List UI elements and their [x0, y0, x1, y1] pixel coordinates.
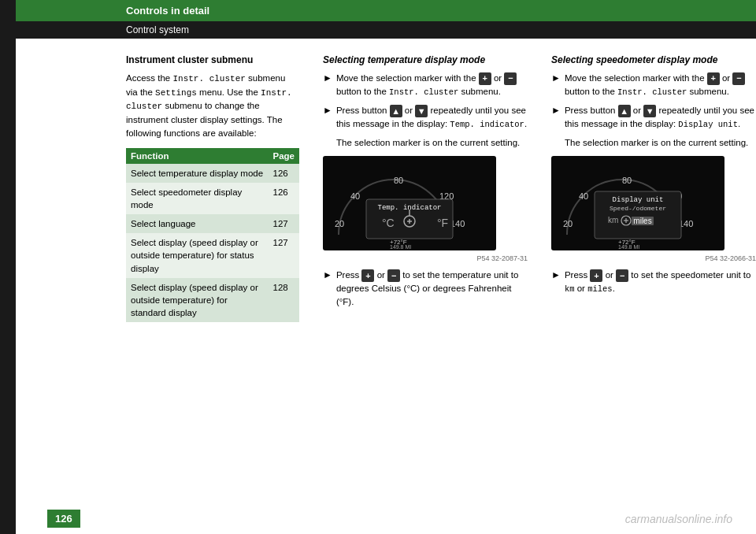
table-cell-page: 127 [269, 214, 300, 233]
up-button-icon-r: ▲ [618, 105, 631, 117]
speedometer-gauge: 20 40 80 120 140 Display unit Speed-/odo… [551, 156, 756, 262]
minus-button-icon: − [504, 72, 517, 85]
bullet-arrow-icon: ► [551, 104, 561, 117]
bullet-1: ► Move the selection marker with the + o… [323, 72, 528, 98]
right-bullet-2-text: Press button ▲ or ▼ repeatedly until you… [565, 104, 756, 131]
svg-text:40: 40 [350, 191, 360, 201]
left-column: Instrument cluster submenu Access the In… [126, 54, 299, 322]
plus-button-icon-r: + [707, 72, 720, 85]
section-header: Controls in detail [16, 0, 756, 21]
svg-text:°F: °F [437, 217, 448, 229]
table-cell-page: 126 [269, 164, 300, 183]
table-header-page: Page [269, 148, 300, 164]
minus-button-icon-2: − [387, 269, 400, 282]
down-button-icon: ▼ [415, 105, 428, 117]
bullet-3-text: The selection marker is on the current s… [323, 136, 528, 150]
right-bullet-1-text: Move the selection marker with the + or … [565, 72, 756, 98]
bullet-arrow-icon: ► [551, 72, 561, 85]
page-number: 126 [55, 513, 72, 525]
temp-gauge-caption: P54 32-2087-31 [323, 254, 528, 262]
table-cell-function: Select display (speed display or outside… [126, 233, 269, 277]
intro-paragraph: Access the Instr. cluster submenu via th… [126, 72, 299, 140]
bullet-1-text: Move the selection marker with the + or … [336, 72, 528, 98]
table-row: Select speedometer display mode 126 [126, 183, 299, 214]
right-bullet-3: The selection marker is on the current s… [551, 136, 756, 150]
table-row: Select display (speed display or outside… [126, 278, 299, 322]
svg-text:°C: °C [382, 217, 395, 229]
table-cell-function: Select temperature display mode [126, 164, 269, 183]
function-table: Function Page Select temperature display… [126, 148, 299, 322]
bullet-4: ► Press + or − to set the temperature un… [323, 269, 528, 308]
main-content: Instrument cluster submenu Access the In… [16, 39, 756, 338]
plus-button-icon: + [479, 72, 491, 85]
middle-column: Selecting temperature display mode ► Mov… [323, 54, 528, 322]
svg-text:Speed-/odometer: Speed-/odometer [610, 205, 666, 212]
bullet-3: The selection marker is on the current s… [323, 136, 528, 150]
subsection-header: Control system [16, 21, 756, 39]
subsection-title: Control system [126, 24, 189, 35]
table-row: Select language 127 [126, 214, 299, 233]
table-cell-function: Select language [126, 214, 269, 233]
bullet-2-text: Press button ▲ or ▼ repeatedly until you… [336, 104, 528, 131]
section-title: Controls in detail [126, 5, 209, 17]
left-section-title: Instrument cluster submenu [126, 54, 299, 65]
table-cell-page: 128 [269, 278, 300, 322]
table-row: Select temperature display mode 126 [126, 164, 299, 183]
mid-section-title: Selecting temperature display mode [323, 54, 528, 65]
svg-text:km: km [608, 216, 618, 224]
down-button-icon-r: ▼ [643, 105, 656, 117]
svg-text:149.8 MI: 149.8 MI [618, 244, 639, 250]
page-number-badge: 126 [47, 510, 80, 528]
temperature-gauge-svg: 20 40 80 120 140 Temp. indicator °C [323, 156, 496, 250]
right-bullet-3-text: The selection marker is on the current s… [551, 136, 756, 150]
watermark: carmanualsonline.info [625, 513, 732, 525]
bullet-arrow-icon: ► [323, 269, 332, 282]
bullet-4-text: Press + or − to set the temperature unit… [336, 269, 528, 308]
right-column: Selecting speedometer display mode ► Mov… [551, 54, 756, 322]
right-bullet-1: ► Move the selection marker with the + o… [551, 72, 756, 98]
up-button-icon: ▲ [390, 105, 402, 117]
table-cell-function: Select speedometer display mode [126, 183, 269, 214]
footer: 126 carmanualsonline.info [16, 503, 756, 534]
svg-text:20: 20 [335, 219, 344, 228]
right-section-title: Selecting speedometer display mode [551, 54, 756, 65]
bullet-arrow-icon: ► [551, 269, 561, 282]
bullet-2: ► Press button ▲ or ▼ repeatedly until y… [323, 104, 528, 131]
svg-text:80: 80 [394, 176, 403, 185]
temperature-gauge: 20 40 80 120 140 Temp. indicator °C [323, 156, 528, 262]
right-bullet-4-text: Press + or − to set the speedometer unit… [565, 269, 756, 295]
speedometer-gauge-svg: 20 40 80 120 140 Display unit Speed-/odo… [551, 156, 724, 250]
svg-text:40: 40 [579, 191, 588, 201]
minus-button-icon-r2: − [616, 269, 628, 282]
plus-button-icon-2: + [361, 269, 374, 282]
svg-text:20: 20 [563, 219, 573, 228]
left-strip [0, 0, 16, 534]
table-row: Select display (speed display or outside… [126, 233, 299, 277]
table-cell-page: 127 [269, 233, 300, 277]
watermark-text: carmanualsonline.info [625, 513, 732, 525]
svg-text:Display unit: Display unit [613, 196, 664, 204]
bullet-arrow-icon: ► [323, 104, 332, 117]
table-cell-page: 126 [269, 183, 300, 214]
svg-text:80: 80 [622, 176, 632, 185]
svg-text:miles: miles [633, 217, 651, 225]
table-header-function: Function [126, 148, 269, 164]
right-bullet-2: ► Press button ▲ or ▼ repeatedly until y… [551, 104, 756, 131]
svg-text:149.8 MI: 149.8 MI [390, 244, 411, 250]
content-wrapper: Controls in detail Control system Instru… [16, 0, 756, 534]
plus-button-icon-r2: + [590, 269, 602, 282]
bullet-arrow-icon: ► [323, 72, 332, 85]
right-bullet-4: ► Press + or − to set the speedometer un… [551, 269, 756, 295]
table-cell-function: Select display (speed display or outside… [126, 278, 269, 322]
speed-gauge-caption: P54 32-2066-31 [551, 254, 756, 262]
minus-button-icon-r: − [732, 72, 745, 85]
